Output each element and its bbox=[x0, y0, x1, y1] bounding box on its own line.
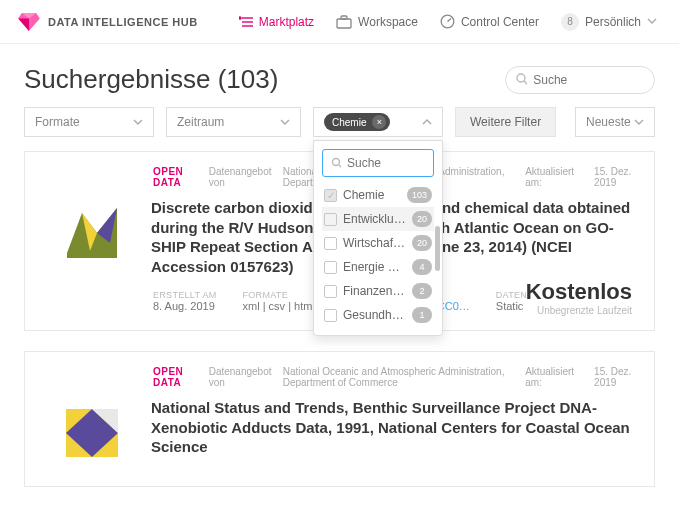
chevron-down-icon bbox=[634, 119, 644, 126]
price-sub: Unbegrenzte Laufzeit bbox=[526, 305, 632, 316]
filter-tags[interactable]: Chemie × ✓Chemie103Entwicklung…20Wirtsch… bbox=[313, 107, 443, 137]
nav-workspace[interactable]: Workspace bbox=[330, 11, 424, 33]
sort-dropdown[interactable]: Neueste bbox=[575, 107, 655, 137]
meta-val: xml | csv | html bbox=[243, 300, 315, 312]
nav-control-center[interactable]: Control Center bbox=[434, 10, 545, 33]
checkbox[interactable] bbox=[324, 309, 337, 322]
profile-badge: 8 bbox=[561, 13, 579, 31]
checkbox[interactable] bbox=[324, 237, 337, 250]
briefcase-icon bbox=[336, 15, 352, 29]
option-count: 103 bbox=[407, 187, 432, 203]
dataset-thumbnail bbox=[57, 198, 127, 268]
result-title[interactable]: National Status and Trends, Benthic Surv… bbox=[151, 398, 636, 457]
svg-point-8 bbox=[517, 74, 525, 82]
svg-rect-4 bbox=[337, 19, 351, 28]
open-data-badge: OPEN DATA bbox=[153, 366, 195, 388]
chevron-up-icon bbox=[422, 119, 432, 126]
dropdown-label: Neueste bbox=[586, 115, 631, 129]
option-count: 2 bbox=[412, 283, 432, 299]
option-count: 20 bbox=[412, 235, 432, 251]
option-count: 1 bbox=[412, 307, 432, 323]
checkbox[interactable] bbox=[324, 261, 337, 274]
chip-label: Chemie bbox=[332, 117, 366, 128]
meta-key: DATEN bbox=[496, 290, 527, 300]
chevron-down-icon bbox=[133, 119, 143, 126]
tag-option[interactable]: ✓Chemie103 bbox=[322, 183, 434, 207]
brand: DATA INTELLIGENCE HUB bbox=[18, 13, 198, 31]
option-label: Finanzen, Ver… bbox=[343, 284, 406, 298]
updated-date: 15. Dez. 2019 bbox=[594, 166, 636, 188]
tag-option[interactable]: Wirtschaft, P…20 bbox=[322, 231, 434, 255]
panel-search[interactable] bbox=[322, 149, 434, 177]
dropdown-label: Formate bbox=[35, 115, 80, 129]
provider-name: National Oceanic and Atmospheric Adminis… bbox=[283, 366, 512, 388]
panel-search-input[interactable] bbox=[347, 156, 425, 170]
open-data-badge: OPEN DATA bbox=[153, 166, 195, 188]
list-icon bbox=[239, 16, 253, 28]
dataset-thumbnail bbox=[57, 398, 127, 468]
meta-key: Datenangebot von bbox=[209, 166, 269, 188]
meta-key: Aktualisiert am: bbox=[525, 366, 574, 388]
tag-option[interactable]: Finanzen, Ver…2 bbox=[322, 279, 434, 303]
filter-period[interactable]: Zeitraum bbox=[166, 107, 301, 137]
brand-text: DATA INTELLIGENCE HUB bbox=[48, 16, 198, 28]
more-filters-button[interactable]: Weitere Filter bbox=[455, 107, 556, 137]
option-label: Gesundheit & … bbox=[343, 308, 406, 322]
option-label: Energie & Ro… bbox=[343, 260, 406, 274]
checkbox[interactable] bbox=[324, 285, 337, 298]
nav-label: Control Center bbox=[461, 15, 539, 29]
nav-label: Persönlich bbox=[585, 15, 641, 29]
svg-point-3 bbox=[239, 17, 241, 19]
option-label: Chemie bbox=[343, 188, 401, 202]
diamond-icon bbox=[18, 13, 40, 31]
chevron-down-icon bbox=[280, 119, 290, 126]
tag-option[interactable]: Energie & Ro…4 bbox=[322, 255, 434, 279]
checkbox[interactable] bbox=[324, 213, 337, 226]
checkbox[interactable]: ✓ bbox=[324, 189, 337, 202]
price: Kostenlos bbox=[526, 279, 632, 305]
meta-key: Datenangebot von bbox=[209, 366, 269, 388]
meta-val: Static bbox=[496, 300, 527, 312]
close-icon[interactable]: × bbox=[372, 115, 386, 129]
option-count: 20 bbox=[412, 211, 432, 227]
nav-label: Marktplatz bbox=[259, 15, 314, 29]
meta-val: 8. Aug. 2019 bbox=[153, 300, 217, 312]
svg-line-7 bbox=[447, 19, 451, 22]
meta-key: Aktualisiert am: bbox=[525, 166, 574, 188]
option-count: 4 bbox=[412, 259, 432, 275]
nav-profile[interactable]: 8 Persönlich bbox=[555, 9, 663, 35]
svg-rect-5 bbox=[341, 16, 347, 19]
global-search[interactable] bbox=[505, 66, 655, 94]
scrollbar-thumb[interactable] bbox=[435, 226, 440, 271]
search-input[interactable] bbox=[533, 73, 644, 87]
svg-line-11 bbox=[339, 165, 341, 168]
result-card[interactable]: OPEN DATADatenangebot vonNational Oceani… bbox=[24, 351, 655, 487]
option-label: Wirtschaft, P… bbox=[343, 236, 406, 250]
active-tag-chip[interactable]: Chemie × bbox=[324, 113, 390, 131]
search-icon bbox=[331, 157, 341, 169]
meta-key: ERSTELLT AM bbox=[153, 290, 217, 300]
tag-option[interactable]: Gesundheit & …1 bbox=[322, 303, 434, 327]
gauge-icon bbox=[440, 14, 455, 29]
app-header: DATA INTELLIGENCE HUB Marktplatz Workspa… bbox=[0, 0, 679, 44]
search-icon bbox=[516, 73, 527, 86]
nav-marketplace[interactable]: Marktplatz bbox=[233, 11, 320, 33]
tags-dropdown-panel: ✓Chemie103Entwicklung…20Wirtschaft, P…20… bbox=[313, 140, 443, 336]
dropdown-label: Zeitraum bbox=[177, 115, 224, 129]
svg-line-9 bbox=[524, 81, 527, 85]
chevron-down-icon bbox=[647, 18, 657, 25]
svg-point-10 bbox=[333, 159, 340, 166]
page-title: Suchergebnisse (103) bbox=[24, 64, 278, 95]
updated-date: 15. Dez. 2019 bbox=[594, 366, 636, 388]
filter-format[interactable]: Formate bbox=[24, 107, 154, 137]
tag-option[interactable]: Entwicklung…20 bbox=[322, 207, 434, 231]
option-label: Entwicklung… bbox=[343, 212, 406, 226]
nav-label: Workspace bbox=[358, 15, 418, 29]
meta-key: FORMATE bbox=[243, 290, 315, 300]
